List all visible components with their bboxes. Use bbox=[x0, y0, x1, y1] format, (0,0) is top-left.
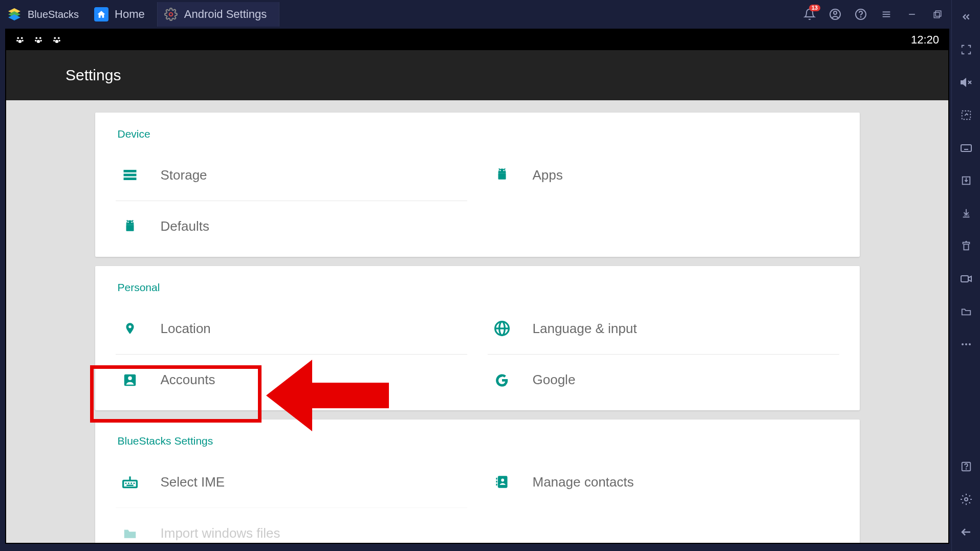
settings-title: Settings bbox=[66, 67, 121, 84]
maximize-button[interactable] bbox=[930, 7, 945, 22]
notification-count-badge: 13 bbox=[809, 5, 820, 11]
svg-point-36 bbox=[966, 469, 966, 469]
svg-point-34 bbox=[969, 343, 971, 345]
svg-point-67 bbox=[128, 325, 131, 328]
row-label: Location bbox=[161, 321, 211, 337]
svg-marker-16 bbox=[961, 79, 966, 86]
row-apps[interactable]: Apps bbox=[488, 149, 839, 201]
svg-text:APK: APK bbox=[964, 214, 969, 217]
paw-icon bbox=[52, 35, 61, 45]
row-language-input[interactable]: Language & input bbox=[488, 303, 839, 354]
menu-button[interactable] bbox=[879, 7, 894, 22]
row-label: Language & input bbox=[533, 321, 637, 337]
svg-rect-19 bbox=[962, 111, 970, 120]
section-bluestacks-settings: BlueStacks Settings Select IME Manage co… bbox=[95, 420, 860, 543]
install-apk-button[interactable] bbox=[957, 172, 975, 189]
svg-line-60 bbox=[498, 169, 500, 170]
svg-marker-31 bbox=[968, 276, 971, 281]
svg-rect-57 bbox=[498, 173, 506, 180]
svg-rect-80 bbox=[497, 476, 507, 488]
row-label: Import windows files bbox=[161, 525, 280, 541]
section-title: Personal bbox=[95, 266, 860, 303]
settings-header: Settings bbox=[6, 50, 948, 100]
row-label: Manage contacts bbox=[533, 474, 634, 490]
section-title: Device bbox=[95, 113, 860, 149]
svg-point-53 bbox=[55, 40, 59, 43]
row-label: Google bbox=[533, 372, 576, 388]
svg-line-66 bbox=[132, 220, 133, 222]
svg-point-52 bbox=[59, 40, 60, 41]
svg-point-7 bbox=[861, 17, 861, 17]
row-label: Accounts bbox=[161, 372, 215, 388]
row-defaults[interactable]: Defaults bbox=[116, 201, 467, 252]
fullscreen-button[interactable] bbox=[957, 41, 975, 58]
svg-point-50 bbox=[58, 37, 60, 39]
contacts-icon bbox=[492, 472, 512, 492]
tab-label: Android Settings bbox=[184, 8, 267, 21]
tab-android-settings[interactable]: Android Settings bbox=[158, 2, 279, 27]
download-apk-button[interactable]: APK bbox=[957, 205, 975, 222]
collapse-sidebar-button[interactable] bbox=[957, 8, 975, 26]
svg-rect-75 bbox=[125, 482, 126, 484]
svg-point-45 bbox=[39, 37, 41, 39]
svg-point-32 bbox=[962, 343, 964, 345]
more-button[interactable] bbox=[957, 336, 975, 353]
row-google[interactable]: Google bbox=[488, 354, 839, 405]
volume-mute-button[interactable] bbox=[957, 74, 975, 91]
tab-label: Home bbox=[115, 8, 145, 21]
svg-point-48 bbox=[37, 40, 40, 43]
row-location[interactable]: Location bbox=[116, 303, 467, 354]
svg-rect-12 bbox=[935, 11, 941, 16]
svg-point-3 bbox=[169, 13, 173, 16]
keyboard-button[interactable] bbox=[957, 139, 975, 157]
row-label: Select IME bbox=[161, 474, 225, 490]
screenshot-select-button[interactable] bbox=[957, 106, 975, 124]
svg-point-81 bbox=[501, 479, 504, 482]
svg-rect-20 bbox=[961, 145, 971, 151]
minimize-button[interactable] bbox=[904, 7, 920, 22]
google-icon bbox=[492, 370, 512, 390]
gear-icon bbox=[164, 7, 178, 21]
svg-rect-54 bbox=[123, 170, 136, 172]
android-icon bbox=[492, 165, 512, 185]
row-label: Storage bbox=[161, 167, 207, 183]
svg-point-47 bbox=[40, 40, 42, 41]
locate-button[interactable] bbox=[957, 237, 975, 255]
record-button[interactable] bbox=[957, 270, 975, 288]
help-button[interactable] bbox=[853, 7, 868, 22]
svg-point-33 bbox=[965, 343, 967, 345]
android-frame: 12:20 Settings Device Storage bbox=[5, 29, 949, 544]
settings-sidebar-button[interactable] bbox=[957, 491, 975, 508]
notifications-button[interactable]: 13 bbox=[802, 7, 817, 22]
svg-rect-30 bbox=[961, 276, 968, 282]
account-button[interactable] bbox=[827, 7, 843, 22]
svg-point-72 bbox=[128, 376, 132, 380]
row-accounts[interactable]: Accounts bbox=[116, 354, 467, 405]
svg-rect-56 bbox=[123, 178, 136, 180]
back-sidebar-button[interactable] bbox=[957, 523, 975, 541]
globe-icon bbox=[492, 318, 512, 339]
status-time: 12:20 bbox=[911, 33, 939, 47]
side-toolbar: APK bbox=[951, 0, 980, 551]
svg-point-40 bbox=[21, 37, 23, 39]
home-icon bbox=[94, 7, 108, 21]
row-import-windows-files[interactable]: Import windows files bbox=[116, 508, 467, 543]
help-sidebar-button[interactable] bbox=[957, 458, 975, 475]
section-title: BlueStacks Settings bbox=[95, 420, 860, 456]
section-personal: Personal Location Language & input bbox=[95, 266, 860, 410]
row-label: Apps bbox=[533, 167, 563, 183]
svg-point-39 bbox=[17, 37, 19, 39]
section-device: Device Storage Apps bbox=[95, 113, 860, 257]
row-manage-contacts[interactable]: Manage contacts bbox=[488, 456, 839, 508]
folder-button[interactable] bbox=[957, 303, 975, 320]
row-select-ime[interactable]: Select IME bbox=[116, 456, 467, 508]
svg-rect-29 bbox=[964, 244, 968, 250]
row-storage[interactable]: Storage bbox=[116, 149, 467, 201]
keyboard-icon bbox=[120, 472, 140, 492]
svg-rect-77 bbox=[130, 482, 132, 484]
account-icon bbox=[120, 370, 140, 390]
svg-point-51 bbox=[53, 40, 55, 41]
tab-home[interactable]: Home bbox=[88, 2, 158, 27]
titlebar: BlueStacks Home Android Settings 13 bbox=[0, 0, 980, 29]
settings-content[interactable]: Device Storage Apps bbox=[6, 100, 948, 543]
